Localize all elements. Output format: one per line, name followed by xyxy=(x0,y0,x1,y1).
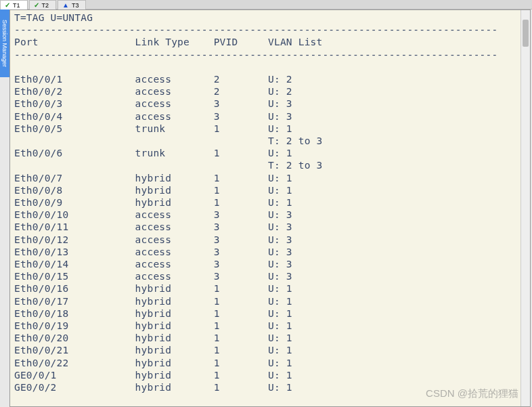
terminal-output[interactable]: T=TAG U=UNTAG --------------------------… xyxy=(10,10,530,406)
warning-icon: ▲ xyxy=(62,1,69,9)
session-manager-tab[interactable]: Session Manager xyxy=(0,9,9,77)
tab-label: T2 xyxy=(42,2,49,9)
tab-t2[interactable]: ✓T2 xyxy=(29,0,57,9)
tab-label: T3 xyxy=(72,2,79,9)
check-icon: ✓ xyxy=(5,1,10,9)
tab-t3[interactable]: ▲T3 xyxy=(58,0,86,9)
tab-bar: ✓T1✓T2▲T3 xyxy=(0,0,532,9)
scrollbar-vertical[interactable] xyxy=(520,10,530,406)
tab-t1[interactable]: ✓T1 xyxy=(0,0,28,9)
tab-label: T1 xyxy=(13,2,20,9)
terminal-pane: T=TAG U=UNTAG --------------------------… xyxy=(9,9,531,407)
check-icon: ✓ xyxy=(34,1,39,9)
scrollbar-thumb[interactable] xyxy=(523,20,529,47)
